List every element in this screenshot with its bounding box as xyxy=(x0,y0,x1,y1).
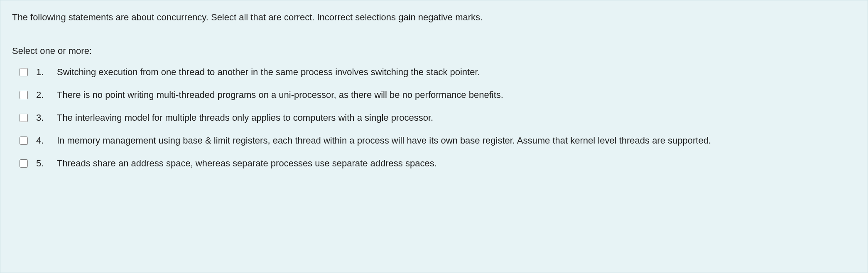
answer-row: 2. There is no point writing multi-threa… xyxy=(20,88,856,102)
answer-number: 5. xyxy=(36,156,49,170)
answer-list: 1. Switching execution from one thread t… xyxy=(12,65,856,170)
answer-row: 3. The interleaving model for multiple t… xyxy=(20,111,856,124)
answer-text: Threads share an address space, whereas … xyxy=(57,156,856,170)
answer-text: The interleaving model for multiple thre… xyxy=(57,111,856,124)
answer-text: Switching execution from one thread to a… xyxy=(57,65,856,79)
answer-row: 1. Switching execution from one thread t… xyxy=(20,65,856,79)
answer-number: 1. xyxy=(36,65,49,79)
answer-checkbox-4[interactable] xyxy=(20,136,28,145)
select-prompt-text: Select one or more: xyxy=(12,44,856,58)
answer-checkbox-3[interactable] xyxy=(20,114,28,122)
answer-checkbox-5[interactable] xyxy=(20,159,28,168)
answer-text: In memory management using base & limit … xyxy=(57,134,856,147)
question-panel: The following statements are about concu… xyxy=(0,0,868,273)
answer-number: 3. xyxy=(36,111,49,124)
answer-text: There is no point writing multi-threaded… xyxy=(57,88,856,102)
answer-checkbox-2[interactable] xyxy=(20,91,28,99)
answer-row: 4. In memory management using base & lim… xyxy=(20,134,856,147)
question-intro-text: The following statements are about concu… xyxy=(12,10,856,24)
answer-number: 2. xyxy=(36,88,49,102)
answer-checkbox-1[interactable] xyxy=(20,68,28,76)
answer-number: 4. xyxy=(36,134,49,147)
answer-row: 5. Threads share an address space, where… xyxy=(20,156,856,170)
